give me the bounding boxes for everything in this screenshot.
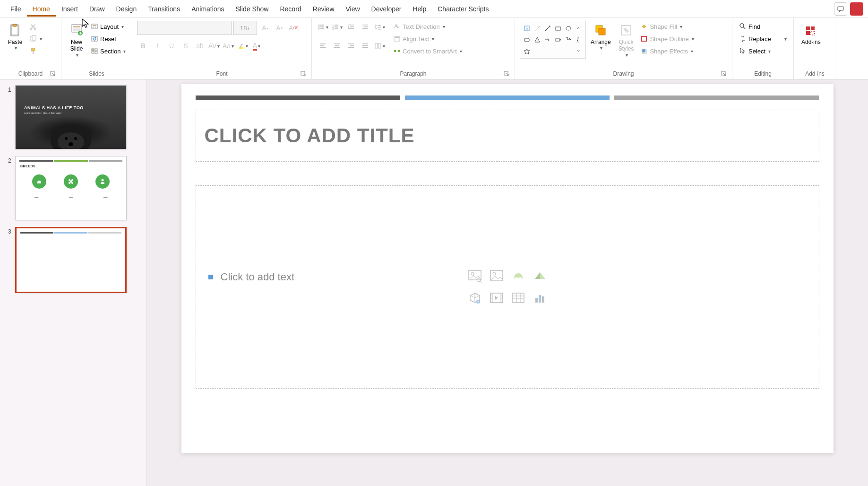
svg-rect-12 [73, 26, 80, 27]
decrease-indent-icon[interactable] [345, 21, 357, 33]
decrease-font-icon[interactable]: A▾ [273, 22, 285, 34]
text-direction-button[interactable]: A Text Direction▾ [391, 21, 464, 32]
svg-rect-41 [362, 25, 368, 26]
font-name-input[interactable] [137, 21, 232, 35]
copy-button[interactable]: ▾ [27, 33, 44, 44]
increase-font-icon[interactable]: A▴ [259, 22, 271, 34]
slide-thumb-3[interactable] [15, 227, 127, 293]
arrange-button[interactable]: Arrange ▾ [588, 21, 614, 52]
align-right-icon[interactable] [345, 40, 357, 52]
title-placeholder[interactable]: CLICK TO ADD TITLE [196, 110, 819, 162]
insert-icon-icon[interactable] [509, 267, 528, 286]
format-painter-button[interactable] [27, 45, 44, 57]
tab-home[interactable]: Home [27, 1, 56, 17]
font-size-input[interactable]: 18+ [233, 21, 257, 35]
insert-smartart-icon[interactable] [531, 267, 550, 286]
columns-icon[interactable]: ▾ [373, 40, 386, 52]
svg-point-100 [69, 181, 72, 183]
font-color-icon[interactable]: A▾ [250, 40, 263, 52]
find-button[interactable]: Find [737, 21, 789, 32]
svg-rect-40 [348, 28, 354, 29]
bullets-icon[interactable]: ▾ [317, 21, 329, 33]
justify-icon[interactable] [359, 40, 371, 52]
character-spacing-icon[interactable]: AV▾ [208, 40, 220, 52]
strikethrough-icon[interactable]: S [180, 40, 192, 52]
tab-draw[interactable]: Draw [84, 1, 111, 17]
tab-file[interactable]: File [5, 1, 27, 17]
shapes-gallery[interactable]: A { [520, 21, 586, 59]
layout-button[interactable]: Layout▾ [89, 21, 128, 32]
italic-icon[interactable]: I [151, 40, 163, 52]
svg-rect-86 [806, 26, 810, 30]
svg-rect-13 [73, 28, 80, 31]
slide-canvas[interactable]: CLICK TO ADD TITLE Click to add text [181, 84, 834, 453]
clear-formatting-icon[interactable]: A⌫ [287, 22, 300, 34]
underline-icon[interactable]: U [165, 40, 178, 52]
canvas-area[interactable]: CLICK TO ADD TITLE Click to add text [146, 79, 868, 486]
tab-review[interactable]: Review [307, 1, 340, 17]
replace-button[interactable]: Replace ▾ [737, 33, 789, 44]
tab-view[interactable]: View [340, 1, 366, 17]
section-button[interactable]: Section▾ [89, 45, 128, 57]
ribbon: Paste ▾ ▾ Clipboard [0, 18, 868, 79]
increase-indent-icon[interactable] [359, 21, 371, 33]
comments-icon[interactable] [834, 2, 847, 16]
insert-stock-image-icon[interactable] [465, 267, 484, 286]
new-slide-button[interactable]: New Slide ▾ [66, 21, 87, 60]
tab-animations[interactable]: Animations [186, 1, 230, 17]
insert-chart-icon[interactable] [531, 288, 550, 307]
svg-rect-59 [375, 43, 378, 48]
tab-insert[interactable]: Insert [56, 1, 84, 17]
paste-button[interactable]: Paste ▾ [5, 21, 26, 52]
slide-thumb-2[interactable]: BREEDS ━━━━━━━━━ ━━━━━━━━━ ━━━━━━━━━ [15, 156, 127, 220]
bold-icon[interactable]: B [137, 40, 149, 52]
insert-table-icon[interactable] [509, 288, 528, 307]
insert-3d-model-icon[interactable] [465, 288, 484, 307]
tab-developer[interactable]: Developer [366, 1, 407, 17]
align-left-icon[interactable] [317, 40, 329, 52]
addins-button[interactable]: Add-ins [799, 21, 824, 47]
drawing-launcher-icon[interactable] [721, 70, 727, 77]
svg-point-107 [493, 272, 496, 275]
numbering-icon[interactable]: 123▾ [331, 21, 343, 33]
close-icon[interactable] [850, 2, 863, 16]
svg-rect-88 [806, 31, 810, 35]
svg-rect-66 [398, 50, 400, 52]
svg-rect-49 [320, 47, 326, 48]
insert-picture-icon[interactable] [487, 267, 506, 286]
paragraph-launcher-icon[interactable] [503, 70, 510, 77]
quick-styles-button[interactable]: Quick Styles ▾ [616, 21, 637, 60]
reset-button[interactable]: Reset [89, 33, 128, 44]
shape-effects-button[interactable]: Shape Effects▾ [638, 45, 696, 57]
tab-character-scripts[interactable]: Character Scripts [432, 1, 494, 17]
tab-slideshow[interactable]: Slide Show [230, 1, 274, 17]
svg-rect-8 [31, 48, 35, 51]
highlight-icon[interactable]: ▾ [236, 40, 249, 52]
font-launcher-icon[interactable] [300, 70, 307, 77]
slide-thumb-1[interactable]: ANIMALS HAS A LIFE TOO a presentation ab… [15, 85, 127, 149]
slide-panel[interactable]: 1 ANIMALS HAS A LIFE TOO a presentation … [0, 79, 146, 486]
align-text-button[interactable]: Align Text▾ [391, 33, 464, 44]
tab-record[interactable]: Record [274, 1, 307, 17]
align-center-icon[interactable] [331, 40, 343, 52]
tab-design[interactable]: Design [111, 1, 143, 17]
shape-fill-button[interactable]: Shape Fill▾ [638, 21, 696, 32]
svg-point-28 [318, 26, 319, 28]
insert-video-icon[interactable] [487, 288, 506, 307]
tab-help[interactable]: Help [407, 1, 432, 17]
change-case-icon[interactable]: Aa▾ [222, 40, 234, 52]
select-button[interactable]: Select▾ [737, 45, 789, 57]
convert-smartart-button[interactable]: Convert to SmartArt▾ [391, 45, 464, 57]
cut-button[interactable] [27, 21, 44, 32]
svg-point-26 [318, 25, 319, 26]
content-placeholder[interactable]: Click to add text [196, 185, 819, 389]
clipboard-launcher-icon[interactable] [50, 70, 56, 77]
tab-transitions[interactable]: Transitions [142, 1, 186, 17]
shadow-icon[interactable]: ab [194, 40, 206, 52]
line-spacing-icon[interactable]: ▾ [373, 21, 386, 33]
title-placeholder-text: CLICK TO ADD TITLE [205, 124, 810, 147]
slide-number: 3 [4, 227, 11, 235]
svg-rect-1 [11, 26, 18, 35]
shape-outline-button[interactable]: Shape Outline▾ [638, 33, 696, 44]
svg-rect-33 [335, 25, 338, 26]
